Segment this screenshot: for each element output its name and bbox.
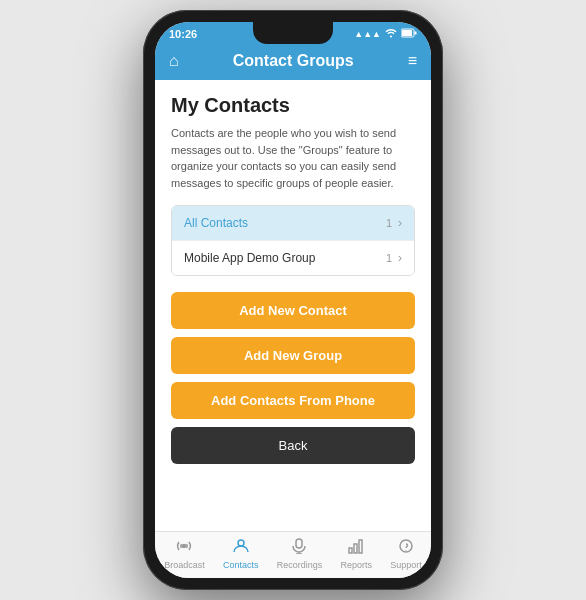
battery-icon [401, 28, 417, 40]
back-button[interactable]: Back [171, 427, 415, 464]
chevron-right-icon: › [398, 251, 402, 265]
menu-icon[interactable]: ≡ [408, 52, 417, 70]
phone-screen: 10:26 ▲▲▲ ⌂ Contac [155, 22, 431, 578]
contact-item-count: 1 [386, 217, 392, 229]
add-new-group-button[interactable]: Add New Group [171, 337, 415, 374]
nav-recordings[interactable]: Recordings [277, 538, 323, 570]
header-title: Contact Groups [233, 52, 354, 70]
contact-item-count: 1 [386, 252, 392, 264]
nav-support[interactable]: Support [390, 538, 422, 570]
nav-recordings-label: Recordings [277, 560, 323, 570]
nav-support-label: Support [390, 560, 422, 570]
recordings-icon [290, 538, 308, 558]
nav-broadcast[interactable]: Broadcast [164, 538, 205, 570]
phone-frame: 10:26 ▲▲▲ ⌂ Contac [143, 10, 443, 590]
svg-point-9 [400, 540, 412, 552]
signal-icon: ▲▲▲ [354, 29, 381, 39]
reports-icon [347, 538, 365, 558]
svg-rect-1 [402, 30, 412, 36]
chevron-right-icon: › [398, 216, 402, 230]
add-contacts-from-phone-button[interactable]: Add Contacts From Phone [171, 382, 415, 419]
broadcast-icon [175, 538, 193, 558]
nav-reports[interactable]: Reports [341, 538, 373, 570]
page-title: My Contacts [171, 94, 415, 117]
svg-rect-5 [296, 539, 302, 548]
svg-point-3 [183, 545, 186, 548]
svg-rect-8 [359, 540, 362, 553]
contact-list: All Contacts 1 › Mobile App Demo Group 1… [171, 205, 415, 276]
svg-rect-2 [415, 32, 417, 35]
nav-broadcast-label: Broadcast [164, 560, 205, 570]
page-description: Contacts are the people who you wish to … [171, 125, 415, 191]
svg-rect-7 [354, 544, 357, 553]
contact-item-label: Mobile App Demo Group [184, 251, 315, 265]
main-content: My Contacts Contacts are the people who … [155, 80, 431, 531]
support-icon [397, 538, 415, 558]
svg-rect-6 [349, 548, 352, 553]
phone-notch [253, 22, 333, 44]
contact-item-right: 1 › [386, 216, 402, 230]
contact-list-item-demo[interactable]: Mobile App Demo Group 1 › [172, 240, 414, 275]
app-header: ⌂ Contact Groups ≡ [155, 44, 431, 80]
status-icons: ▲▲▲ [354, 28, 417, 40]
nav-reports-label: Reports [341, 560, 373, 570]
home-icon[interactable]: ⌂ [169, 52, 179, 70]
contact-item-label: All Contacts [184, 216, 248, 230]
nav-contacts[interactable]: Contacts [223, 538, 259, 570]
nav-contacts-label: Contacts [223, 560, 259, 570]
contact-list-item-all[interactable]: All Contacts 1 › [172, 206, 414, 240]
svg-point-4 [238, 540, 244, 546]
add-new-contact-button[interactable]: Add New Contact [171, 292, 415, 329]
contact-item-right: 1 › [386, 251, 402, 265]
contacts-icon [232, 538, 250, 558]
bottom-nav: Broadcast Contacts Recor [155, 531, 431, 578]
status-time: 10:26 [169, 28, 197, 40]
wifi-icon [385, 28, 397, 40]
